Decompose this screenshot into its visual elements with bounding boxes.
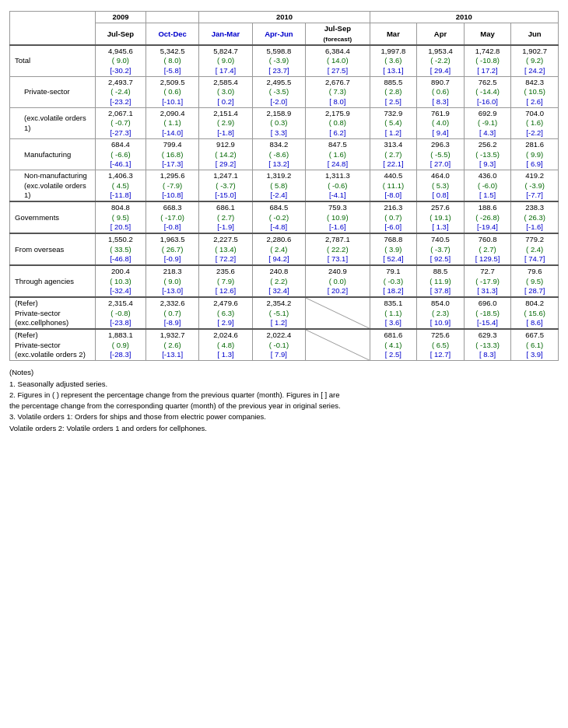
header-row-1: 2009 2010 2010 [10, 12, 559, 23]
table-cell: 842.3( 10.5)[ 2.6] [511, 77, 559, 108]
note-line: 2. Figures in ( ) represent the percenta… [9, 390, 559, 401]
table-cell: 2,315.4( -0.8)[-23.8] [96, 297, 146, 329]
table-cell: 759.3( 10.9)[-1.6] [306, 201, 370, 233]
table-cell: 732.9( 5.4)[ 1.2] [370, 108, 417, 139]
col-header-2009: 2009 [96, 12, 146, 23]
table-cell: 847.5( 1.6)[ 24.8] [306, 139, 370, 170]
table-cell: 1,997.8( 3.6)[ 13.1] [370, 45, 417, 77]
table-row: (Refer)Private-sector(exc.volatile order… [10, 329, 559, 361]
table-cell: 2,493.7( -2.4)[-23.2] [96, 77, 146, 108]
table-cell: 2,280.6( 2.4)[ 94.2] [252, 233, 305, 265]
table-cell: 684.4( -6.6)[-46.1] [96, 139, 146, 170]
table-cell [306, 329, 370, 361]
col-jul-sep-2009: Jul-Sep [96, 23, 146, 45]
table-cell: 296.3( -5.5)[ 27.0] [417, 139, 465, 170]
svg-line-0 [306, 298, 370, 328]
row-label: Manufacturing [10, 139, 96, 170]
table-cell: 257.6( 19.1)[ 1.3] [417, 201, 465, 233]
table-cell: 2,022.4( -0.1)[ 7.9] [252, 329, 305, 361]
table-cell: 238.3( 26.3)[-1.6] [511, 201, 559, 233]
table-cell: 799.4( 16.8)[-17.3] [146, 139, 198, 170]
note-line: (Notes) [9, 367, 559, 378]
col-header-label [10, 12, 96, 46]
table-cell: 79.1( -0.3)[ 18.2] [370, 265, 417, 297]
table-cell: 2,227.5( 13.4)[ 72.2] [199, 233, 252, 265]
row-label: Private-sector [10, 77, 96, 108]
table-cell: 740.5( -3.7)[ 92.5] [417, 233, 465, 265]
table-cell: 5,824.7( 9.0)[ 17.4] [199, 45, 252, 77]
table-cell [306, 297, 370, 329]
table-cell: 2,175.9( 0.8)[ 6.2] [306, 108, 370, 139]
col-mar: Mar [370, 23, 417, 45]
row-label: (Refer)Private-sector(exc.cellphones) [10, 297, 96, 329]
table-cell: 2,495.5( -3.5)[-2.0] [252, 77, 305, 108]
table-row: Through agencies200.4( 10.3)[-32.4]218.3… [10, 265, 559, 297]
table-cell: 835.1( 1.1)[ 3.6] [370, 297, 417, 329]
table-cell: 2,332.6( 0.7)[-8.9] [146, 297, 198, 329]
table-cell: 240.9( 0.0)[ 20.2] [306, 265, 370, 297]
table-cell: 684.5( -0.2)[-4.8] [252, 201, 305, 233]
note-line: Volatile orders 2: Volatile orders 1 and… [9, 423, 559, 434]
note-line: 1. Seasonally adjusted series. [9, 379, 559, 390]
table-cell: 2,787.1( 22.2)[ 73.1] [306, 233, 370, 265]
table-cell: 1,311.3( -0.6)[-4.1] [306, 170, 370, 202]
table-cell: 696.0( -18.5)[-15.4] [464, 297, 511, 329]
table-cell: 436.0( -6.0)[ 1.5] [464, 170, 511, 202]
table-cell: 629.3( -13.3)[ 8.3] [464, 329, 511, 361]
svg-line-1 [306, 330, 370, 360]
table-cell: 4,945.6( 9.0)[-30.2] [96, 45, 146, 77]
table-cell: 704.0( 1.6)[-2.2] [511, 108, 559, 139]
table-cell: 1,902.7( 9.2)[ 24.2] [511, 45, 559, 77]
note-line: the percentage change from the correspon… [9, 401, 559, 411]
col-jan-mar: Jan-Mar [199, 23, 252, 45]
table-cell: 216.3( 0.7)[-6.0] [370, 201, 417, 233]
col-oct-dec: Oct-Dec [146, 23, 198, 45]
table-cell: 692.9( -9.1)[ 4.3] [464, 108, 511, 139]
table-cell: 2,067.1( -0.7)[-27.3] [96, 108, 146, 139]
table-cell: 2,158.9( 0.3)[ 3.3] [252, 108, 305, 139]
col-apr-jun: Apr-Jun [252, 23, 305, 45]
table-cell: 804.8( 9.5)[ 20.5] [96, 201, 146, 233]
table-cell: 5,342.5( 8.0)[-5.8] [146, 45, 198, 77]
table-cell: 768.8( 3.9)[ 52.4] [370, 233, 417, 265]
table-cell: 2,354.2( -5.1)[ 1.2] [252, 297, 305, 329]
table-cell: 686.1( 2.7)[-1.9] [199, 201, 252, 233]
table-row: Private-sector2,493.7( -2.4)[-23.2]2,509… [10, 77, 559, 108]
table-row: Total4,945.6( 9.0)[-30.2]5,342.5( 8.0)[-… [10, 45, 559, 77]
table-row: Governments804.8( 9.5)[ 20.5]668.3( -17.… [10, 201, 559, 233]
table-cell: 912.9( 14.2)[ 29.2] [199, 139, 252, 170]
table-cell: 760.8( 2.7)[ 129.5] [464, 233, 511, 265]
table-cell: 2,090.4( 1.1)[-14.0] [146, 108, 198, 139]
table-cell: 890.7( 0.6)[ 8.3] [417, 77, 465, 108]
table-cell: 2,479.6( 6.3)[ 2.9] [199, 297, 252, 329]
row-label: Through agencies [10, 265, 96, 297]
table-cell: 1,550.2( 33.5)[-46.8] [96, 233, 146, 265]
table-cell: 834.2( -8.6)[ 13.2] [252, 139, 305, 170]
table-cell: 2,676.7( 7.3)[ 8.0] [306, 77, 370, 108]
table-cell: 667.5( 6.1)[ 3.9] [511, 329, 559, 361]
col-may: May [464, 23, 511, 45]
table-cell: 762.5( -14.4)[-16.0] [464, 77, 511, 108]
table-cell: 1,963.5( 26.7)[-0.9] [146, 233, 198, 265]
row-label: Non-manufacturing(exc.volatile orders 1) [10, 170, 96, 202]
row-label: (exc.volatile orders 1) [10, 108, 96, 139]
col-header-2010-2: 2010 [370, 12, 558, 23]
table-cell: 200.4( 10.3)[-32.4] [96, 265, 146, 297]
table-cell: 6,384.4( 14.0)[ 27.5] [306, 45, 370, 77]
col-apr: Apr [417, 23, 465, 45]
table-cell: 1,742.8( -10.8)[ 17.2] [464, 45, 511, 77]
table-cell: 188.6( -26.8)[-19.4] [464, 201, 511, 233]
table-cell: 804.2( 15.6)[ 8.6] [511, 297, 559, 329]
row-label: (Refer)Private-sector(exc.volatile order… [10, 329, 96, 361]
table-cell: 1,247.1( -3.7)[-15.0] [199, 170, 252, 202]
table-cell: 854.0( 2.3)[ 10.9] [417, 297, 465, 329]
table-cell: 2,585.4( 3.0)[ 0.2] [199, 77, 252, 108]
table-cell: 1,932.7( 2.6)[-13.1] [146, 329, 198, 361]
table-cell: 885.5( 2.8)[ 2.5] [370, 77, 417, 108]
col-header-2010: 2010 [199, 12, 370, 23]
notes-section: (Notes)1. Seasonally adjusted series.2. … [9, 367, 559, 434]
table-cell: 79.6( 9.5)[ 28.7] [511, 265, 559, 297]
table-cell: 440.5( 11.1)[-8.0] [370, 170, 417, 202]
col-jun: Jun [511, 23, 559, 45]
table-cell: 1,295.6( -7.9)[-10.8] [146, 170, 198, 202]
